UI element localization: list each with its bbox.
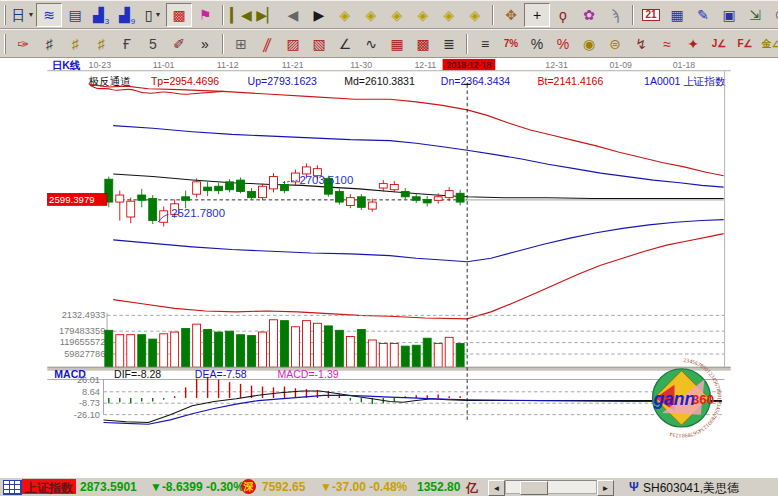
candle-body [423,199,431,203]
current-price-tag-value: 2599.3979 [49,194,95,205]
date-label: 12-11 [414,60,436,70]
zigzag-button[interactable]: ∿ [358,32,384,56]
jin-angle-button[interactable]: 金∠ [758,32,778,56]
calendar-button[interactable]: 21 [638,3,664,27]
first-bar-button[interactable]: ▎◀ [228,3,254,27]
jifan-channel-button[interactable]: ▩ [166,3,192,27]
candle-style-button-dropdown-arrow: ▼ [154,11,161,18]
nav-diamond-1[interactable]: ◈ [332,3,358,27]
red-grid-1-button-icon: ▦ [390,37,403,51]
pattern-box-2-button[interactable]: ▧ [306,32,332,56]
gold-star-button-icon: ✦ [687,37,699,51]
last-bar-button[interactable]: ▶▏ [254,3,280,27]
horizontal-scrollbar[interactable]: ◄► [488,480,614,494]
red-grid-2-button-icon: ▩ [416,37,429,51]
stock-code-label: SH603041,美思德 [643,480,739,496]
minute9-chart-button-icon: ▟ [119,8,130,22]
macd-axis-label: -26.10 [74,410,100,420]
channel-dn-value: Dn=2364.3434 [441,75,511,87]
volume-bar [346,336,354,367]
j-angle-button[interactable]: J∠ [706,32,732,56]
shenzhen-icon[interactable]: 深 [241,479,256,494]
gann-fan-button[interactable]: ∥ [254,32,280,56]
nav-diamond-2-icon: ◈ [366,8,377,22]
parallel-lines-button[interactable]: ≣ [436,32,462,56]
crosshair-button[interactable]: + [524,3,550,27]
nav-diamond-4[interactable]: ◈ [410,3,436,27]
minute9-chart-button[interactable]: ▟9 [114,3,140,27]
volume-bar [434,343,442,367]
zoom-tool-button[interactable]: ϙ [550,3,576,27]
gold-circle-lines-button-icon: ⊜ [609,37,621,51]
prev-bar-button[interactable]: ◀ [280,3,306,27]
scrollbar-thumb[interactable] [520,481,548,495]
grid-tool-button[interactable]: ♯ [36,32,62,56]
channel-tp-value: Tp=2954.4696 [151,75,219,87]
candle-body [335,192,343,203]
red-grid-2-button[interactable]: ▩ [410,32,436,56]
box-ruler-button[interactable]: ⊞ [228,32,254,56]
red-grid-1-button[interactable]: ▦ [384,32,410,56]
ink-flag-button[interactable]: ↯ [628,32,654,56]
volume-bar [127,335,135,368]
scrollbar-left-arrow[interactable]: ◄ [488,480,505,496]
f-grid-button[interactable]: Ғ [114,32,140,56]
sz-index-value: 7592.65 [262,480,305,494]
volume-profile-button[interactable]: ⚑ [192,3,218,27]
hand-tool-button[interactable]: ✥ [498,3,524,27]
festival-marker-button[interactable]: ✿ [576,3,602,27]
calculator-button[interactable]: ▦ [664,3,690,27]
last-bar-button-icon: ▶▏ [256,8,278,22]
j-angle-button-icon: J∠ [712,39,727,49]
next-bar-button[interactable]: ▶ [306,3,332,27]
export-button[interactable]: ⇲ [742,3,768,27]
scrollbar-right-arrow[interactable]: ► [597,480,614,496]
candle-style-button[interactable]: ▯▼ [140,3,166,27]
more-tools-chevron-icon: » [201,37,209,51]
more-tools-chevron[interactable]: » [192,32,218,56]
chart-area[interactable]: 10-2311-0111-1211-2111-3012-112018-12-18… [0,58,778,477]
save-button[interactable]: ▣ [716,3,742,27]
nav-diamond-5[interactable]: ◈ [436,3,462,27]
percent-lines-button[interactable]: % [550,32,576,56]
brush-tool-button-icon: ✑ [17,37,29,51]
brush2-tool-button[interactable]: ✐ [166,32,192,56]
gold-grid-1-button[interactable]: ♯ [62,32,88,56]
gold-circle-button[interactable]: ◉ [576,32,602,56]
ruler-list-button[interactable]: ≡ [472,32,498,56]
brush2-tool-button-icon: ✐ [173,37,185,51]
date-label: 11-12 [217,60,239,70]
toolbar-separator [492,5,494,25]
f-angle-button[interactable]: F∠ [732,32,758,56]
seven-percent-button[interactable]: 7% [498,32,524,56]
toolbar-separator [222,34,224,54]
gold-grid-2-button[interactable]: ♯ [88,32,114,56]
period-day-button[interactable]: 日▼ [10,3,36,27]
gold-star-button[interactable]: ✦ [680,32,706,56]
wave-tool-button[interactable]: ≈ [654,32,680,56]
minute3-chart-button[interactable]: ▟3 [88,3,114,27]
angle-lines-button[interactable]: ∠ [332,32,358,56]
notes-button[interactable]: ✎ [690,3,716,27]
net-chart-button[interactable]: ≋ [36,3,62,27]
chan-analysis-button[interactable]: ϡ [602,3,628,27]
five-grid-button[interactable]: 5 [140,32,166,56]
nav-diamond-3[interactable]: ◈ [384,3,410,27]
percent-button[interactable]: % [524,32,550,56]
brush-tool-button[interactable]: ✑ [10,32,36,56]
pattern-box-1-button[interactable]: ▨ [280,32,306,56]
volume-bar [379,343,387,367]
toolbar-separator [222,5,224,25]
nav-diamond-6-icon: ◈ [470,8,481,22]
period-day-button-icon: 日 [12,8,26,22]
print-button[interactable]: ℗ [768,3,778,27]
quote-table-icon[interactable] [3,480,22,495]
nav-diamond-2[interactable]: ◈ [358,3,384,27]
candle-body [390,184,398,189]
info-panel-button[interactable]: ▤ [62,3,88,27]
macd-dif-value: DIF=-8.28 [114,368,161,380]
index-selector-badge[interactable]: 上证指数 [22,479,76,494]
nav-diamond-6[interactable]: ◈ [462,3,488,27]
gold-circle-lines-button[interactable]: ⊜ [602,32,628,56]
scrollbar-track[interactable] [505,480,597,494]
